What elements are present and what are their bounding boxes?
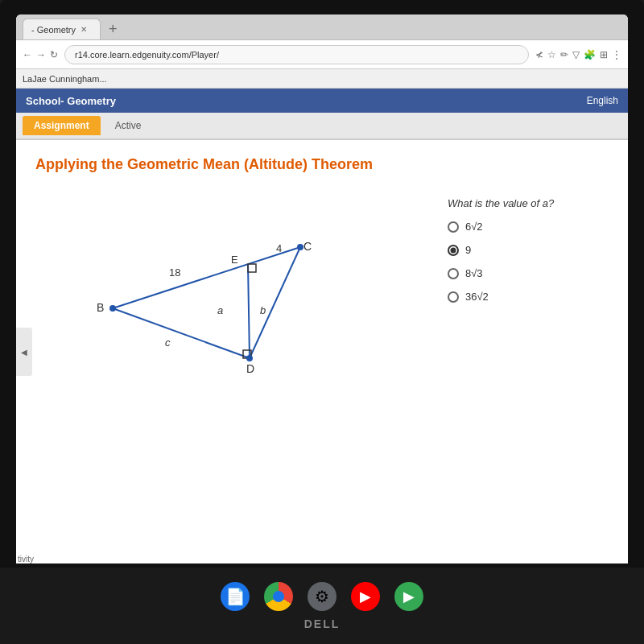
option-3-label: 8√3 xyxy=(465,267,483,279)
extensions-icon[interactable]: 🧩 xyxy=(584,49,596,60)
radio-2[interactable] xyxy=(448,245,459,256)
multiple-choice: What is the value of a? 6√2 9 8√3 xyxy=(448,189,609,386)
address-bar: ← → ↻ ≮ ☆ ✏ ▽ 🧩 ⊞ ⋮ xyxy=(16,40,628,69)
assignment-tabs: Assignment Active xyxy=(16,113,628,140)
language-selector[interactable]: English xyxy=(587,95,618,106)
app-header: School- Geometry English xyxy=(16,89,628,113)
nav-icons: ← → ↻ xyxy=(23,49,58,60)
option-2[interactable]: 9 xyxy=(448,244,609,256)
brand-label: DELL xyxy=(304,617,341,630)
left-panel-toggle[interactable]: ◀ xyxy=(16,328,32,376)
pen-icon[interactable]: ✏ xyxy=(560,49,568,60)
svg-point-7 xyxy=(297,244,303,250)
radio-4[interactable] xyxy=(448,291,459,303)
shield-icon[interactable]: ▽ xyxy=(572,49,580,60)
label-18: 18 xyxy=(169,266,180,279)
browser-window: - Geometry ✕ + ← → ↻ ≮ ☆ ✏ ▽ 🧩 ⊞ ⋮ LaJae… xyxy=(16,14,628,564)
bookmarks-bar: LaJae Cunningham... xyxy=(16,69,628,89)
content-area: Applying the Geometric Mean (Altitude) T… xyxy=(16,140,628,564)
svg-line-0 xyxy=(113,247,300,308)
option-2-label: 9 xyxy=(465,244,471,256)
option-4-label: 36√2 xyxy=(465,291,489,303)
option-3[interactable]: 8√3 xyxy=(448,267,609,279)
forward-icon[interactable]: → xyxy=(36,49,46,60)
question-prompt: What is the value of a? xyxy=(448,197,609,209)
browser-action-icons: ≮ ☆ ✏ ▽ 🧩 ⊞ ⋮ xyxy=(535,49,621,60)
label-a: a xyxy=(217,304,223,316)
svg-rect-4 xyxy=(248,264,256,272)
label-4: 4 xyxy=(276,242,282,254)
activity-label: tivity xyxy=(18,555,34,564)
lesson-title: Applying the Geometric Mean (Altitude) T… xyxy=(35,156,609,173)
browser-tab[interactable]: - Geometry ✕ xyxy=(23,19,101,39)
app-title: School- Geometry xyxy=(26,95,116,107)
tab-label: - Geometry xyxy=(31,25,76,35)
taskbar-icons: 📄 ⚙ ▶ ▶ xyxy=(221,582,423,611)
geometry-diagram: B C D E 4 18 a b xyxy=(35,189,423,386)
label-D: D xyxy=(246,362,254,375)
play-icon[interactable]: ▶ xyxy=(394,582,423,611)
label-b: b xyxy=(260,304,266,316)
option-4[interactable]: 36√2 xyxy=(448,291,609,303)
label-E: E xyxy=(231,254,238,266)
option-1-label: 6√2 xyxy=(465,221,483,233)
svg-line-3 xyxy=(248,264,250,358)
svg-line-2 xyxy=(113,308,250,358)
youtube-icon[interactable]: ▶ xyxy=(351,582,380,611)
reload-icon[interactable]: ↻ xyxy=(50,49,58,60)
chrome-icon[interactable] xyxy=(264,582,293,611)
svg-point-8 xyxy=(246,355,253,361)
bookmark-star-icon[interactable]: ☆ xyxy=(547,49,556,60)
label-C: C xyxy=(303,240,312,253)
tab-active[interactable]: Active xyxy=(104,116,153,135)
option-1[interactable]: 6√2 xyxy=(448,221,609,233)
tab-assignment[interactable]: Assignment xyxy=(23,116,101,135)
tab-close-icon[interactable]: ✕ xyxy=(80,25,87,34)
settings-icon[interactable]: ⚙ xyxy=(308,582,336,611)
question-area: B C D E 4 18 a b xyxy=(35,189,609,386)
radio-1[interactable] xyxy=(448,221,459,233)
docs-icon[interactable]: 📄 xyxy=(221,582,250,611)
back-icon[interactable]: ← xyxy=(23,49,32,60)
tab-bar: - Geometry ✕ + xyxy=(16,14,628,40)
svg-line-1 xyxy=(250,247,300,358)
menu-icon[interactable]: ⋮ xyxy=(612,49,621,60)
taskbar: 📄 ⚙ ▶ ▶ DELL xyxy=(0,568,644,644)
share-icon[interactable]: ≮ xyxy=(535,49,543,60)
diagram-svg: B C D E 4 18 a b xyxy=(35,189,423,382)
address-input[interactable] xyxy=(64,45,529,64)
label-B: B xyxy=(97,301,104,314)
bookmark-item[interactable]: LaJae Cunningham... xyxy=(23,74,107,84)
profile-icon[interactable]: ⊞ xyxy=(600,49,608,60)
svg-point-6 xyxy=(109,305,116,312)
radio-3[interactable] xyxy=(448,268,459,279)
new-tab-button[interactable]: + xyxy=(101,19,126,39)
label-c: c xyxy=(165,336,171,349)
